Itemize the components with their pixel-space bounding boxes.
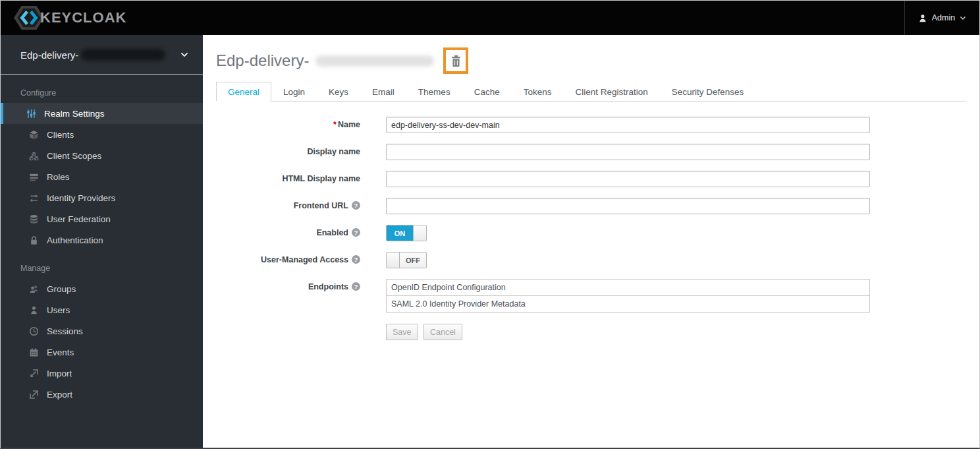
tab-themes[interactable]: Themes bbox=[406, 82, 462, 102]
tab-general[interactable]: General bbox=[216, 82, 271, 102]
sidebar-item-label: Roles bbox=[47, 172, 70, 182]
tab-keys[interactable]: Keys bbox=[317, 82, 360, 102]
enabled-label: Enabled bbox=[216, 225, 360, 237]
sidebar-item-clients[interactable]: Clients bbox=[1, 124, 203, 145]
brand-name: KEYCLOAK bbox=[40, 9, 126, 26]
cancel-button[interactable]: Cancel bbox=[423, 324, 462, 340]
sidebar-item-roles[interactable]: Roles bbox=[1, 166, 203, 187]
openid-endpoint-link[interactable]: OpenID Endpoint Configuration bbox=[386, 279, 870, 296]
chevron-down-icon bbox=[180, 52, 188, 57]
sidebar-item-authentication[interactable]: Authentication bbox=[1, 229, 203, 251]
main-content: Edp-delivery- General Login Keys Email T… bbox=[203, 35, 979, 448]
cube-icon bbox=[28, 129, 40, 140]
page-title: Edp-delivery- bbox=[216, 51, 309, 70]
sidebar-item-label: Client Scopes bbox=[47, 151, 101, 161]
sidebar-item-label: Identity Providers bbox=[47, 193, 115, 203]
sidebar-item-user-federation[interactable]: User Federation bbox=[1, 208, 203, 229]
form-row-html-display-name: HTML Display name bbox=[216, 171, 966, 187]
calendar-icon bbox=[28, 347, 40, 357]
sidebar-item-realm-settings[interactable]: Realm Settings bbox=[1, 103, 203, 124]
required-marker: * bbox=[333, 120, 337, 129]
sidebar-item-label: Authentication bbox=[47, 235, 103, 245]
display-name-label: Display name bbox=[216, 144, 360, 156]
name-label: *Name bbox=[216, 117, 360, 129]
keycloak-logo: KEYCLOAK bbox=[14, 5, 126, 31]
users-icon bbox=[28, 284, 40, 294]
form-row-enabled: Enabled ON bbox=[216, 225, 966, 241]
cubes-icon bbox=[28, 150, 40, 161]
frontend-url-label: Frontend URL bbox=[216, 198, 360, 210]
sidebar-item-label: Export bbox=[47, 390, 72, 400]
database-icon bbox=[28, 214, 40, 224]
admin-label: Admin bbox=[932, 13, 955, 22]
form-actions: Save Cancel bbox=[386, 324, 870, 340]
redacted-realm-name bbox=[81, 49, 165, 61]
sidebar-item-label: Import bbox=[47, 369, 72, 378]
toggle-knob bbox=[413, 225, 426, 241]
html-display-name-input[interactable] bbox=[386, 171, 870, 187]
user-icon bbox=[918, 13, 927, 23]
sidebar-item-sessions[interactable]: Sessions bbox=[1, 320, 203, 342]
lock-icon bbox=[28, 235, 40, 245]
help-icon[interactable] bbox=[352, 255, 360, 264]
save-button[interactable]: Save bbox=[386, 324, 418, 340]
import-icon bbox=[28, 368, 40, 378]
section-label-manage: Manage bbox=[1, 251, 203, 278]
admin-menu[interactable]: Admin bbox=[904, 1, 979, 35]
form-row-endpoints: Endpoints OpenID Endpoint Configuration … bbox=[216, 279, 966, 340]
sidebar-item-label: Clients bbox=[47, 130, 74, 140]
sliders-icon bbox=[26, 108, 37, 119]
name-input[interactable] bbox=[386, 117, 870, 133]
toggle-on-label: ON bbox=[387, 225, 413, 241]
sidebar-item-label: Realm Settings bbox=[44, 109, 105, 119]
form-row-frontend-url: Frontend URL bbox=[216, 198, 966, 214]
saml-metadata-link[interactable]: SAML 2.0 Identity Provider Metadata bbox=[386, 295, 870, 313]
sidebar-item-import[interactable]: Import bbox=[1, 363, 203, 384]
sidebar-item-events[interactable]: Events bbox=[1, 342, 203, 363]
manage-nav: Groups Users Sessions bbox=[1, 278, 203, 405]
sidebar-item-label: Sessions bbox=[47, 326, 83, 336]
form-row-name: *Name bbox=[216, 117, 966, 133]
realm-selector[interactable]: Edp-delivery- bbox=[1, 35, 203, 75]
realm-name: Edp-delivery- bbox=[20, 49, 78, 61]
user-managed-access-label: User-Managed Access bbox=[216, 252, 360, 264]
tab-email[interactable]: Email bbox=[360, 82, 406, 102]
html-display-name-label: HTML Display name bbox=[216, 171, 360, 183]
configure-nav: Realm Settings Clients bbox=[1, 103, 203, 251]
chevron-down-icon bbox=[960, 16, 966, 20]
export-icon bbox=[28, 389, 40, 400]
clock-icon bbox=[28, 326, 40, 336]
exchange-arrows-icon bbox=[28, 193, 40, 203]
section-label-configure: Configure bbox=[1, 75, 203, 103]
help-icon[interactable] bbox=[352, 282, 360, 291]
display-name-input[interactable] bbox=[386, 144, 870, 160]
topbar: KEYCLOAK Admin bbox=[1, 1, 979, 35]
sidebar-item-groups[interactable]: Groups bbox=[1, 278, 203, 299]
sidebar-item-export[interactable]: Export bbox=[1, 384, 203, 405]
list-icon bbox=[28, 171, 40, 182]
user-managed-access-toggle[interactable]: OFF bbox=[386, 252, 427, 268]
enabled-toggle[interactable]: ON bbox=[386, 225, 427, 241]
sidebar-item-users[interactable]: Users bbox=[1, 299, 203, 320]
sidebar: Edp-delivery- Configure Realm Settings bbox=[1, 35, 203, 448]
delete-realm-button[interactable] bbox=[443, 47, 468, 74]
endpoints-label: Endpoints bbox=[216, 279, 360, 291]
tab-client-registration[interactable]: Client Registration bbox=[563, 82, 659, 102]
user-icon bbox=[28, 305, 40, 315]
help-icon[interactable] bbox=[352, 228, 360, 237]
sidebar-item-client-scopes[interactable]: Client Scopes bbox=[1, 145, 203, 166]
page-header: Edp-delivery- bbox=[216, 47, 966, 75]
help-icon[interactable] bbox=[352, 201, 360, 210]
tab-security-defenses[interactable]: Security Defenses bbox=[660, 82, 756, 102]
frontend-url-input[interactable] bbox=[386, 198, 870, 214]
toggle-off-label: OFF bbox=[400, 253, 426, 268]
sidebar-item-identity-providers[interactable]: Identity Providers bbox=[1, 187, 203, 208]
form-row-user-managed-access: User-Managed Access OFF bbox=[216, 252, 966, 268]
general-settings-form: *Name Display name HTML Display name Fro… bbox=[216, 117, 966, 340]
sidebar-item-label: User Federation bbox=[47, 214, 111, 224]
sidebar-item-label: Users bbox=[47, 305, 70, 315]
tab-tokens[interactable]: Tokens bbox=[512, 82, 564, 102]
endpoints-list: OpenID Endpoint Configuration SAML 2.0 I… bbox=[386, 279, 870, 313]
tab-login[interactable]: Login bbox=[271, 82, 317, 102]
tab-cache[interactable]: Cache bbox=[462, 82, 512, 102]
